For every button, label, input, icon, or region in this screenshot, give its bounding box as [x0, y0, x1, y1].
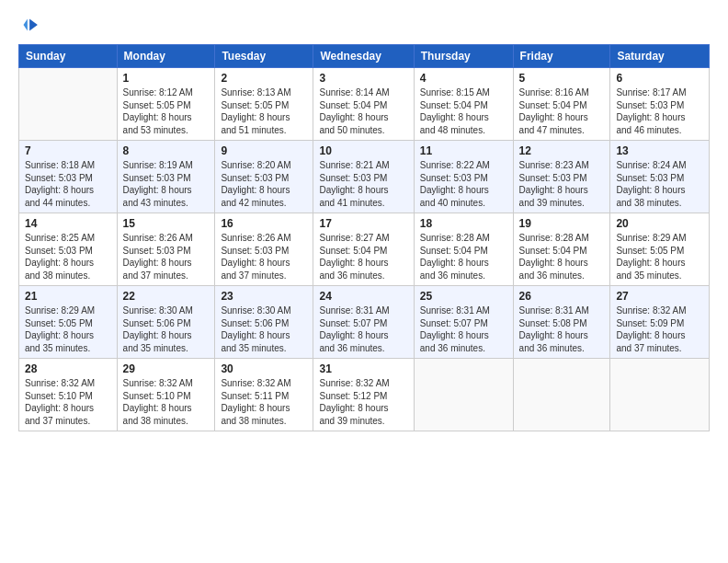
calendar-cell: 4Sunrise: 8:15 AM Sunset: 5:04 PM Daylig… — [414, 68, 513, 141]
calendar-cell — [610, 359, 710, 431]
day-info: Sunrise: 8:29 AM Sunset: 5:05 PM Dayligh… — [616, 232, 703, 282]
day-number: 27 — [616, 290, 703, 303]
calendar-cell: 24Sunrise: 8:31 AM Sunset: 5:07 PM Dayli… — [313, 286, 414, 359]
day-info: Sunrise: 8:30 AM Sunset: 5:06 PM Dayligh… — [221, 304, 307, 354]
calendar-cell: 9Sunrise: 8:20 AM Sunset: 5:03 PM Daylig… — [215, 141, 313, 213]
calendar-cell: 13Sunrise: 8:24 AM Sunset: 5:03 PM Dayli… — [610, 141, 710, 213]
calendar-cell: 27Sunrise: 8:32 AM Sunset: 5:09 PM Dayli… — [610, 286, 710, 359]
calendar-cell: 26Sunrise: 8:31 AM Sunset: 5:08 PM Dayli… — [513, 286, 610, 359]
day-number: 1 — [123, 72, 210, 85]
calendar-cell: 3Sunrise: 8:14 AM Sunset: 5:04 PM Daylig… — [313, 68, 414, 141]
day-number: 24 — [319, 290, 407, 303]
day-number: 2 — [221, 72, 307, 85]
calendar-header: SundayMondayTuesdayWednesdayThursdayFrid… — [19, 45, 710, 68]
calendar-body: 1Sunrise: 8:12 AM Sunset: 5:05 PM Daylig… — [19, 68, 710, 431]
weekday-header-friday: Friday — [513, 45, 610, 68]
day-number: 15 — [123, 217, 210, 230]
day-info: Sunrise: 8:24 AM Sunset: 5:03 PM Dayligh… — [616, 159, 703, 209]
logo-icon — [18, 15, 39, 35]
svg-marker-1 — [24, 18, 28, 30]
day-number: 18 — [420, 217, 507, 230]
day-info: Sunrise: 8:28 AM Sunset: 5:04 PM Dayligh… — [519, 232, 605, 282]
calendar-cell: 17Sunrise: 8:27 AM Sunset: 5:04 PM Dayli… — [313, 213, 414, 286]
calendar-table: SundayMondayTuesdayWednesdayThursdayFrid… — [18, 44, 710, 431]
day-number: 3 — [319, 72, 407, 85]
header — [18, 17, 710, 35]
day-number: 17 — [319, 217, 407, 230]
day-info: Sunrise: 8:18 AM Sunset: 5:03 PM Dayligh… — [25, 159, 111, 209]
weekday-header-wednesday: Wednesday — [313, 45, 414, 68]
day-number: 12 — [519, 144, 605, 157]
weekday-row: SundayMondayTuesdayWednesdayThursdayFrid… — [19, 45, 710, 68]
weekday-header-tuesday: Tuesday — [215, 45, 313, 68]
week-row-2: 7Sunrise: 8:18 AM Sunset: 5:03 PM Daylig… — [19, 141, 710, 213]
calendar-cell: 2Sunrise: 8:13 AM Sunset: 5:05 PM Daylig… — [215, 68, 313, 141]
day-info: Sunrise: 8:32 AM Sunset: 5:09 PM Dayligh… — [616, 304, 703, 354]
calendar-cell — [19, 68, 118, 141]
day-info: Sunrise: 8:16 AM Sunset: 5:04 PM Dayligh… — [519, 86, 605, 136]
calendar-cell: 30Sunrise: 8:32 AM Sunset: 5:11 PM Dayli… — [215, 359, 313, 431]
calendar-cell — [414, 359, 513, 431]
day-info: Sunrise: 8:30 AM Sunset: 5:06 PM Dayligh… — [123, 304, 210, 354]
logo — [18, 17, 40, 35]
day-number: 28 — [25, 362, 111, 375]
day-info: Sunrise: 8:32 AM Sunset: 5:10 PM Dayligh… — [25, 377, 111, 427]
calendar-cell: 29Sunrise: 8:32 AM Sunset: 5:10 PM Dayli… — [117, 359, 215, 431]
day-info: Sunrise: 8:23 AM Sunset: 5:03 PM Dayligh… — [519, 159, 605, 209]
calendar-cell: 28Sunrise: 8:32 AM Sunset: 5:10 PM Dayli… — [19, 359, 118, 431]
day-number: 31 — [319, 362, 407, 375]
calendar-cell: 19Sunrise: 8:28 AM Sunset: 5:04 PM Dayli… — [513, 213, 610, 286]
day-info: Sunrise: 8:31 AM Sunset: 5:07 PM Dayligh… — [420, 304, 507, 354]
calendar-cell: 6Sunrise: 8:17 AM Sunset: 5:03 PM Daylig… — [610, 68, 710, 141]
day-info: Sunrise: 8:26 AM Sunset: 5:03 PM Dayligh… — [221, 232, 307, 282]
calendar-cell: 14Sunrise: 8:25 AM Sunset: 5:03 PM Dayli… — [19, 213, 118, 286]
day-info: Sunrise: 8:12 AM Sunset: 5:05 PM Dayligh… — [123, 86, 210, 136]
day-info: Sunrise: 8:29 AM Sunset: 5:05 PM Dayligh… — [25, 304, 111, 354]
day-number: 16 — [221, 217, 307, 230]
day-info: Sunrise: 8:31 AM Sunset: 5:08 PM Dayligh… — [519, 304, 605, 354]
day-number: 7 — [25, 144, 111, 157]
day-info: Sunrise: 8:14 AM Sunset: 5:04 PM Dayligh… — [319, 86, 407, 136]
day-number: 22 — [123, 290, 210, 303]
day-info: Sunrise: 8:26 AM Sunset: 5:03 PM Dayligh… — [123, 232, 210, 282]
day-number: 14 — [25, 217, 111, 230]
calendar-cell: 20Sunrise: 8:29 AM Sunset: 5:05 PM Dayli… — [610, 213, 710, 286]
calendar-cell: 31Sunrise: 8:32 AM Sunset: 5:12 PM Dayli… — [313, 359, 414, 431]
day-number: 9 — [221, 144, 307, 157]
svg-marker-0 — [29, 18, 38, 30]
calendar-cell: 16Sunrise: 8:26 AM Sunset: 5:03 PM Dayli… — [215, 213, 313, 286]
calendar-cell: 23Sunrise: 8:30 AM Sunset: 5:06 PM Dayli… — [215, 286, 313, 359]
day-number: 19 — [519, 217, 605, 230]
calendar-cell: 12Sunrise: 8:23 AM Sunset: 5:03 PM Dayli… — [513, 141, 610, 213]
day-info: Sunrise: 8:21 AM Sunset: 5:03 PM Dayligh… — [319, 159, 407, 209]
calendar-cell: 22Sunrise: 8:30 AM Sunset: 5:06 PM Dayli… — [117, 286, 215, 359]
day-number: 13 — [616, 144, 703, 157]
weekday-header-sunday: Sunday — [19, 45, 118, 68]
day-info: Sunrise: 8:13 AM Sunset: 5:05 PM Dayligh… — [221, 86, 307, 136]
calendar-cell — [513, 359, 610, 431]
calendar-cell: 11Sunrise: 8:22 AM Sunset: 5:03 PM Dayli… — [414, 141, 513, 213]
day-number: 20 — [616, 217, 703, 230]
day-number: 4 — [420, 72, 507, 85]
day-info: Sunrise: 8:28 AM Sunset: 5:04 PM Dayligh… — [420, 232, 507, 282]
day-info: Sunrise: 8:25 AM Sunset: 5:03 PM Dayligh… — [25, 232, 111, 282]
day-info: Sunrise: 8:17 AM Sunset: 5:03 PM Dayligh… — [616, 86, 703, 136]
weekday-header-monday: Monday — [117, 45, 215, 68]
day-info: Sunrise: 8:15 AM Sunset: 5:04 PM Dayligh… — [420, 86, 507, 136]
calendar-page: SundayMondayTuesdayWednesdayThursdayFrid… — [0, 0, 728, 563]
calendar-cell: 15Sunrise: 8:26 AM Sunset: 5:03 PM Dayli… — [117, 213, 215, 286]
day-number: 25 — [420, 290, 507, 303]
calendar-cell: 1Sunrise: 8:12 AM Sunset: 5:05 PM Daylig… — [117, 68, 215, 141]
calendar-cell: 8Sunrise: 8:19 AM Sunset: 5:03 PM Daylig… — [117, 141, 215, 213]
day-number: 11 — [420, 144, 507, 157]
day-info: Sunrise: 8:20 AM Sunset: 5:03 PM Dayligh… — [221, 159, 307, 209]
week-row-3: 14Sunrise: 8:25 AM Sunset: 5:03 PM Dayli… — [19, 213, 710, 286]
calendar-cell: 10Sunrise: 8:21 AM Sunset: 5:03 PM Dayli… — [313, 141, 414, 213]
week-row-4: 21Sunrise: 8:29 AM Sunset: 5:05 PM Dayli… — [19, 286, 710, 359]
day-info: Sunrise: 8:27 AM Sunset: 5:04 PM Dayligh… — [319, 232, 407, 282]
day-info: Sunrise: 8:31 AM Sunset: 5:07 PM Dayligh… — [319, 304, 407, 354]
day-info: Sunrise: 8:19 AM Sunset: 5:03 PM Dayligh… — [123, 159, 210, 209]
day-number: 10 — [319, 144, 407, 157]
weekday-header-saturday: Saturday — [610, 45, 710, 68]
calendar-cell: 18Sunrise: 8:28 AM Sunset: 5:04 PM Dayli… — [414, 213, 513, 286]
